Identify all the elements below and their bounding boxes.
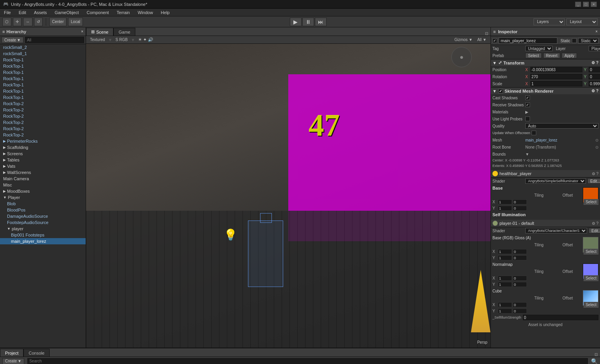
rot-y-field[interactable]	[589, 74, 600, 79]
base-tiling-y[interactable]	[498, 206, 512, 211]
hierarchy-content[interactable]: rockSmall_2 rockSmall_1 RockTop-1 RockTo…	[0, 44, 86, 348]
healthbar-edit-btn[interactable]: Edit...	[587, 178, 600, 184]
base-offset-y[interactable]	[513, 206, 527, 211]
space-btn[interactable]: Local	[68, 18, 83, 26]
gizmos-btn[interactable]: Gizmos ▼	[453, 37, 474, 43]
player-shader-dropdown[interactable]: AngryBots/Character/CharacterS	[525, 228, 587, 233]
skinned-settings[interactable]: ⚙ ?	[591, 89, 598, 93]
cube-select-btn[interactable]: Select	[584, 302, 598, 308]
speaker-icon[interactable]: 🔊	[148, 37, 153, 42]
inspector-close[interactable]: ×	[595, 29, 598, 34]
proj-search[interactable]	[27, 358, 588, 364]
norm-tiling-x[interactable]	[498, 276, 512, 281]
sun-icon[interactable]: ☀	[138, 37, 142, 42]
cube-tiling-x[interactable]	[498, 302, 512, 307]
hier-item-vats[interactable]: ▶Vats	[0, 163, 86, 169]
hier-item-rocktop1-b[interactable]: RockTop-1	[0, 63, 86, 69]
pivot-btn[interactable]: Center	[49, 18, 66, 26]
player-mat-settings[interactable]: ⚙ ?	[592, 221, 598, 226]
hier-item-maincamera[interactable]: Main Camera	[0, 176, 86, 182]
maximize-btn[interactable]: □	[583, 2, 589, 7]
hier-item-rocktop2-e[interactable]: RockTop-2	[0, 126, 86, 132]
tag-dropdown[interactable]: Untagged	[525, 46, 553, 51]
hier-item-rocktop1-g[interactable]: RockTop-1	[0, 94, 86, 100]
use-light-probes-check[interactable]	[525, 117, 530, 121]
hier-item-rocktop1-e[interactable]: RockTop-1	[0, 82, 86, 88]
base-select-btn[interactable]: Select	[584, 199, 598, 205]
rgb-btn[interactable]: S RGB	[114, 37, 129, 43]
transform-tool-3[interactable]: ↔	[23, 18, 32, 26]
skinned-mesh-section[interactable]: ▼ Skinned Mesh Renderer ⚙ ?	[491, 87, 600, 94]
hier-item-screens[interactable]: ▶Screens	[0, 151, 86, 157]
hier-item-footstep[interactable]: FootstepAudioSource	[0, 219, 86, 226]
receive-shadows-check[interactable]	[525, 102, 530, 107]
menu-edit[interactable]: Edit	[17, 10, 28, 15]
transform-section-title[interactable]: ▼ ⤢ Transform ⚙ ?	[491, 59, 600, 66]
hier-item-damage[interactable]: DamageAudioSource	[0, 213, 86, 219]
player-edit-btn[interactable]: Edit...	[589, 228, 600, 233]
menu-assets[interactable]: Assets	[32, 10, 49, 15]
hier-item-perimeter[interactable]: ▶PerimeterRocks	[0, 138, 86, 144]
step-btn[interactable]: ⏭	[315, 18, 327, 26]
layer-dropdown[interactable]: Player	[589, 46, 600, 51]
static-checkbox[interactable]	[572, 38, 577, 43]
cube-tiling-y[interactable]	[498, 308, 512, 314]
scale-x-field[interactable]	[530, 81, 582, 86]
base-offset-x[interactable]	[513, 199, 527, 204]
menu-component[interactable]: Component	[85, 10, 110, 15]
cast-shadows-check[interactable]	[525, 95, 530, 100]
hier-item-rocktop1-f[interactable]: RockTop-1	[0, 88, 86, 94]
hier-item-rocktop2-d[interactable]: RockTop-2	[0, 119, 86, 126]
tab-console[interactable]: Console	[23, 349, 49, 357]
hier-item-tables[interactable]: ▶Tables	[0, 157, 86, 163]
hier-item-bip001[interactable]: Bip001 Footsteps	[0, 232, 86, 238]
root-bone-value[interactable]: None (Transform)	[525, 145, 594, 149]
transform-tool-4[interactable]: ↺	[34, 18, 43, 26]
project-maximize[interactable]: ⊡	[592, 352, 600, 357]
menu-gameobject[interactable]: GameObject	[53, 10, 81, 15]
materials-arrow[interactable]: ▶	[525, 110, 528, 114]
hierarchy-search[interactable]	[25, 37, 84, 43]
hier-item-rocktop2-c[interactable]: RockTop-2	[0, 113, 86, 119]
static-dropdown[interactable]: Static	[578, 38, 598, 43]
bounds-arrow[interactable]: ▼	[525, 152, 529, 156]
minimize-btn[interactable]: _	[575, 2, 581, 7]
layers-dropdown[interactable]: Layers	[534, 18, 565, 25]
hier-item-rocktop2-f[interactable]: RockTop-2	[0, 132, 86, 138]
transform-tool-1[interactable]: ⬡	[2, 18, 11, 26]
scene-maximize[interactable]: ⊡	[483, 31, 490, 36]
tab-game[interactable]: Game	[113, 28, 135, 36]
close-btn[interactable]: ×	[591, 2, 597, 7]
hier-item-player-child[interactable]: ▼player	[0, 226, 86, 232]
tab-project[interactable]: Project	[0, 349, 23, 357]
menu-terrain[interactable]: Terrain	[115, 10, 131, 15]
cube-offset-y[interactable]	[513, 308, 527, 314]
pause-btn[interactable]: ⏸	[302, 18, 314, 26]
hier-item-rocktop2-b[interactable]: RockTop-2	[0, 107, 86, 113]
healthbar-shader-dropdown[interactable]: AngryBots/SimpleSelfIlluminator	[525, 178, 586, 184]
tab-scene[interactable]: ⊞ Scene	[86, 28, 113, 36]
prefab-select-btn[interactable]: Select	[525, 53, 542, 58]
root-bone-target[interactable]: ⊙	[595, 145, 598, 149]
object-active-checkbox[interactable]	[492, 38, 497, 43]
mesh-value[interactable]: main_player_lorez	[525, 138, 594, 142]
hier-item-moodboxes[interactable]: ▶MoodBoxes	[0, 188, 86, 194]
hier-item-blob[interactable]: Blob	[0, 201, 86, 207]
hierarchy-close[interactable]: ×	[81, 29, 83, 34]
quality-dropdown[interactable]: Auto	[525, 123, 598, 129]
scale-y-field[interactable]	[589, 81, 600, 86]
base-tiling-x[interactable]	[498, 199, 512, 204]
hier-item-rocktop1-d[interactable]: RockTop-1	[0, 75, 86, 82]
proj-create-btn[interactable]: Create ▼	[2, 358, 24, 364]
mesh-target[interactable]: ⊙	[595, 138, 598, 142]
menu-file[interactable]: File	[2, 10, 13, 15]
hier-item-mainplayerlorez[interactable]: main_player_lorez	[0, 238, 86, 244]
textured-btn[interactable]: Textured	[88, 37, 106, 43]
hier-item-rocksmall1[interactable]: rockSmall_1	[0, 50, 86, 57]
menu-help[interactable]: Help	[159, 10, 171, 15]
rgb-offset-x[interactable]	[513, 249, 527, 254]
play-btn[interactable]: ▶	[290, 18, 302, 26]
layout-dropdown[interactable]: Layout	[566, 18, 598, 25]
rgb-tiling-y[interactable]	[498, 255, 512, 260]
pos-x-field[interactable]	[530, 67, 582, 72]
